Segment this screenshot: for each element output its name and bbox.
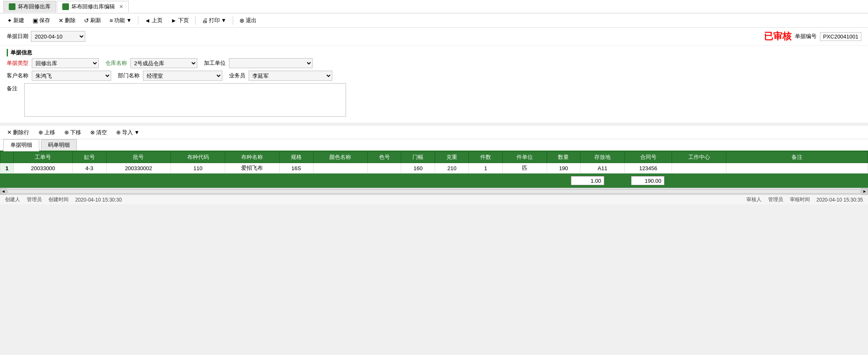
print-button[interactable]: 🖨 打印 ▼ [198, 15, 230, 26]
move-up-label: 上移 [44, 129, 55, 136]
refresh-button[interactable]: ↺ 刷新 [80, 15, 105, 26]
scroll-track[interactable] [8, 189, 860, 194]
table-cell: 160 [401, 163, 435, 174]
table-cell: 16S [279, 163, 313, 174]
save-button[interactable]: ▣ 保存 [29, 15, 54, 26]
salesman-select[interactable]: 李延军 [249, 71, 332, 81]
col-fabric-code: 布种代码 [171, 152, 225, 163]
notes-label: 备注 [7, 85, 18, 92]
save-icon: ▣ [33, 17, 38, 24]
prev-label: 上页 [152, 17, 163, 24]
table-cell: 210 [435, 163, 469, 174]
toolbar-separator-2 [195, 16, 196, 25]
col-work-order: 工单号 [14, 152, 73, 163]
table-cell: 匹 [503, 163, 547, 174]
sub-toolbar: ✕ 删除行 ⊕ 上移 ⊕ 下移 ⊗ 清空 ⊕ 导入 ▼ [0, 126, 868, 139]
col-door-width: 门幅 [401, 152, 435, 163]
auditor-label: 审核人 [746, 196, 761, 203]
save-label: 保存 [39, 17, 50, 24]
data-tab-row: 单据明细 码单明细 [0, 139, 868, 151]
table-cell: A11 [580, 163, 624, 174]
import-button[interactable]: ⊕ 导入 ▼ [112, 127, 143, 138]
tab-label-1: 坏布回修出库 [18, 3, 51, 10]
warehouse-label: 仓库名称 [105, 59, 127, 67]
delete-label: 删除 [65, 17, 76, 24]
auditor-value: 管理员 [768, 196, 783, 203]
exit-label: 退出 [246, 17, 257, 24]
customer-select[interactable]: 朱鸿飞 [32, 71, 111, 81]
table-row[interactable]: 1200330004-3200330002110爱招飞布16S1602101匹1… [0, 163, 868, 174]
scroll-right-button[interactable]: ► [861, 188, 868, 195]
tab-icon-1 [9, 3, 15, 10]
col-work-center: 工作中心 [672, 152, 726, 163]
col-contract-no: 合同号 [624, 152, 672, 163]
col-batch-no: 批号 [106, 152, 171, 163]
tab-code-detail[interactable]: 码单明细 [41, 139, 77, 151]
audit-time-label: 审核时间 [790, 196, 810, 203]
clear-button[interactable]: ⊗ 清空 [87, 127, 111, 138]
tab-label-2: 坏布回修出库编辑 [71, 3, 115, 10]
date-label: 单据日期 [7, 33, 28, 40]
tab-detail-label: 单据明细 [10, 142, 32, 148]
dept-select[interactable]: 经理室 [143, 71, 222, 81]
move-up-icon: ⊕ [38, 129, 43, 135]
table-header-row: 工单号 缸号 批号 布种代码 布种名称 规格 颜色名称 色号 门幅 克重 件数 … [0, 152, 868, 163]
new-icon: ✦ [7, 17, 12, 24]
print-label: 打印 [209, 17, 220, 24]
new-button[interactable]: ✦ 新建 [3, 15, 28, 26]
workshop-select[interactable] [229, 58, 313, 68]
del-row-button[interactable]: ✕ 删除行 [3, 127, 33, 138]
table-cell: 200330002 [106, 163, 171, 174]
table-cell [367, 163, 401, 174]
import-icon: ⊕ [116, 129, 121, 135]
tab-icon-2 [62, 3, 69, 10]
creator-label: 创建人 [5, 196, 20, 203]
prev-button[interactable]: ◄ 上页 [141, 15, 166, 26]
table-cell [313, 163, 367, 174]
exit-button[interactable]: ⊗ 退出 [236, 15, 260, 26]
tab-list[interactable]: 坏布回修出库 [3, 1, 56, 13]
new-label: 新建 [13, 17, 24, 24]
col-fabric-name: 布种名称 [225, 152, 279, 163]
col-tank-no: 缸号 [72, 152, 106, 163]
col-storage-loc: 存放地 [580, 152, 624, 163]
table-cell: 20033000 [14, 163, 73, 174]
col-piece-unit: 件单位 [503, 152, 547, 163]
move-down-icon: ⊕ [64, 129, 69, 135]
type-select[interactable]: 回修出库 [32, 58, 99, 68]
table-cell [726, 163, 868, 174]
scroll-left-button[interactable]: ◄ [0, 188, 7, 195]
delete-button[interactable]: ✕ 删除 [55, 15, 79, 26]
col-color-no: 色号 [367, 152, 401, 163]
scroll-bar[interactable]: ◄ ► [0, 188, 868, 194]
date-select[interactable]: 2020-04-10 [31, 31, 85, 42]
col-spec: 规格 [279, 152, 313, 163]
col-weight: 克重 [435, 152, 469, 163]
audit-time-value: 2020-04-10 15:30:35 [817, 197, 863, 203]
move-up-button[interactable]: ⊕ 上移 [35, 127, 59, 138]
refresh-label: 刷新 [90, 17, 101, 24]
import-dropdown-icon: ▼ [134, 129, 140, 135]
next-label: 下页 [178, 17, 189, 24]
warehouse-select[interactable]: 2号成品仓库 [130, 58, 197, 68]
refresh-icon: ↺ [84, 17, 89, 24]
tab-close-button[interactable]: ✕ [119, 4, 123, 10]
data-table-wrap: 工单号 缸号 批号 布种代码 布种名称 规格 颜色名称 色号 门幅 克重 件数 … [0, 151, 868, 174]
tab-detail[interactable]: 单据明细 [3, 139, 39, 151]
print-icon: 🖨 [202, 17, 208, 24]
tab-code-detail-label: 码单明细 [48, 142, 70, 148]
create-time-label: 创建时间 [48, 196, 69, 203]
workshop-label: 加工单位 [204, 59, 226, 67]
print-dropdown-icon: ▼ [221, 17, 227, 23]
tab-edit[interactable]: 坏布回修出库编辑 ✕ [57, 1, 129, 13]
table-cell: 190 [547, 163, 580, 174]
notes-textarea[interactable] [24, 83, 346, 117]
doc-no-value: PXC20041001 [820, 32, 861, 41]
function-button[interactable]: ≡ 功能 ▼ [106, 15, 135, 26]
date-header-row: 单据日期 2020-04-10 已审核 单据编号 PXC20041001 [0, 28, 868, 46]
form-row-2: 客户名称 朱鸿飞 部门名称 经理室 业务员 李延军 [7, 71, 861, 81]
next-button[interactable]: ► 下页 [167, 15, 193, 26]
form-section: 单据信息 单据类型 回修出库 仓库名称 2号成品仓库 加工单位 客户名称 朱鸿飞… [0, 46, 868, 123]
move-down-button[interactable]: ⊕ 下移 [61, 127, 85, 138]
next-icon: ► [171, 17, 177, 24]
